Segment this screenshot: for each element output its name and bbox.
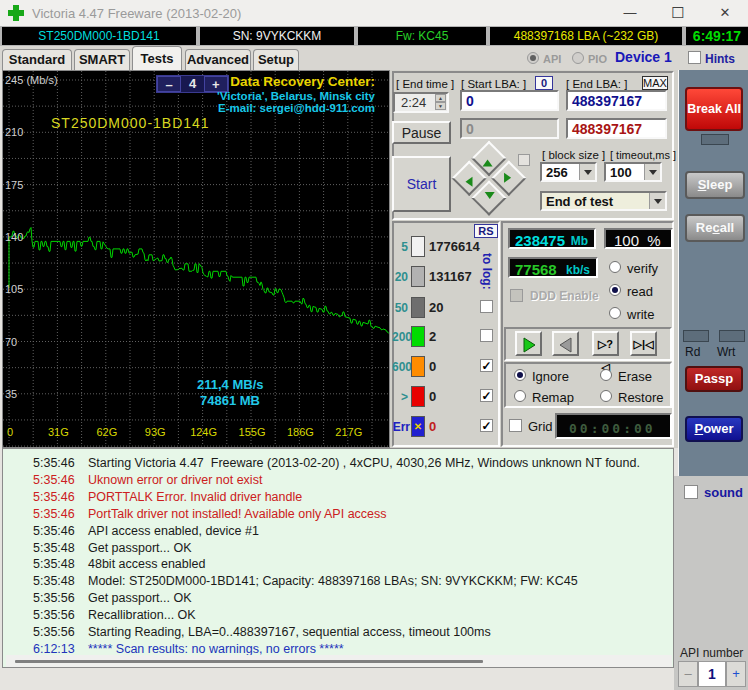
minimize-button[interactable]: — [607, 0, 653, 26]
clock: 6:49:17 [686, 27, 748, 45]
end-lba-input[interactable]: 488397167 [566, 90, 667, 111]
pio-radio[interactable] [572, 52, 584, 64]
bucket-log-checkbox-600[interactable]: ✓ [480, 359, 493, 372]
end-time-up[interactable]: ▲ [435, 94, 446, 102]
to-log-label: to log: [480, 253, 494, 290]
bucket-log-checkbox-50[interactable] [480, 300, 493, 313]
max-lba-button[interactable]: MAX [642, 76, 668, 90]
grid-checkbox[interactable] [509, 419, 522, 432]
verify-radio[interactable] [609, 261, 621, 273]
bucket-swatch-20 [411, 266, 425, 287]
back-button[interactable] [552, 331, 579, 356]
drive-serial: SN: 9VYKCKKM [200, 27, 354, 45]
bucket-label-5: 5 [392, 240, 408, 254]
api-number-plus[interactable]: + [726, 661, 746, 687]
maximize-button[interactable]: ☐ [655, 0, 701, 26]
log-message: Get passport... OK [88, 541, 192, 555]
sleep-button[interactable]: Sleep [685, 171, 745, 199]
api-label: API [543, 53, 561, 65]
bucket-log-checkbox-200[interactable] [480, 329, 493, 342]
api-number-minus[interactable]: – [678, 661, 698, 687]
tab-advanced[interactable]: Advanced [185, 49, 251, 70]
ignore-radio[interactable] [514, 369, 526, 381]
end-time-down[interactable]: ▼ [435, 102, 446, 110]
log-hscroll-thumb[interactable] [15, 660, 483, 663]
end-lba-secondary: 488397167 [566, 118, 667, 139]
x-tick-label: 0 [7, 426, 37, 438]
verify-label: verify [627, 261, 658, 276]
close-button[interactable]: ✕ [702, 0, 748, 26]
x-tick-label: 124G [189, 426, 219, 438]
bucket-value-200: 2 [429, 329, 436, 344]
hints-checkbox[interactable] [688, 51, 701, 64]
read-radio[interactable] [609, 284, 621, 296]
log-timestamp: 5:35:46 [33, 473, 75, 487]
write-label: write [627, 307, 654, 322]
zoom-level: 4 [181, 76, 203, 92]
start-lba-secondary: 0 [460, 118, 559, 139]
rd-label: Rd [685, 345, 700, 359]
bucket-swatch-5 [411, 236, 425, 257]
end-of-test-arrow[interactable] [649, 193, 665, 209]
test-controls: [ End time ] 2:24 ▲ ▼ [ Start LBA: ] 0 [… [390, 70, 678, 448]
log-message: API access enabled, device #1 [88, 524, 259, 538]
tab-setup[interactable]: Setup [253, 49, 299, 70]
drive-firmware: Fw: KC45 [358, 27, 486, 45]
zero-lba-button[interactable]: 0 [535, 76, 553, 90]
zoom-out-button[interactable]: – [157, 76, 181, 92]
play-button[interactable] [515, 331, 542, 356]
timeout-arrow[interactable] [644, 164, 660, 180]
seek-test-button[interactable]: ▷?◁ [592, 331, 619, 356]
speed-lcd: 77568 kb/s [508, 257, 598, 278]
hints-label: Hints [705, 52, 735, 66]
app-icon [8, 5, 24, 21]
tab-bar: Standard SMART Tests Advanced Setup API … [0, 46, 748, 70]
pause-button[interactable]: Pause [392, 121, 451, 144]
write-radio[interactable] [609, 307, 621, 319]
block-size-arrow[interactable] [579, 164, 595, 180]
tab-tests[interactable]: Tests [132, 46, 182, 70]
x-tick-label: 186G [285, 426, 315, 438]
ignore-label: Ignore [532, 369, 569, 384]
bucket-log-checkbox->[interactable]: ✓ [480, 389, 493, 402]
block-size-combo[interactable]: 256 [540, 162, 597, 182]
power-button[interactable]: Power [685, 416, 743, 442]
erase-radio[interactable] [600, 369, 612, 381]
start-button[interactable]: Start [392, 156, 451, 212]
end-time-field[interactable]: 2:24 ▲ ▼ [393, 92, 449, 113]
x-tick-label: 155G [237, 426, 267, 438]
remap-radio[interactable] [514, 390, 526, 402]
timeout-combo[interactable]: 100 [604, 162, 662, 182]
log-timestamp: 5:35:56 [33, 625, 75, 639]
drive-capacity: 488397168 LBA (~232 GB) [490, 27, 682, 45]
x-tick-label: 62G [92, 426, 122, 438]
passp-button[interactable]: Passp [685, 366, 743, 392]
tab-smart[interactable]: SMART [74, 49, 130, 70]
restore-radio[interactable] [600, 390, 612, 402]
rd-indicator [683, 330, 709, 342]
break-all-button[interactable]: Break All [685, 87, 743, 131]
recall-button[interactable]: Recall [685, 214, 745, 242]
log-message: Starting Reading, LBA=0..488397167, sequ… [88, 625, 491, 639]
start-lba-input[interactable]: 0 [460, 90, 559, 111]
sound-checkbox[interactable] [684, 485, 698, 499]
x-tick-label: 217G [334, 426, 364, 438]
log-timestamp: 5:35:48 [33, 541, 75, 555]
api-radio[interactable] [527, 52, 539, 64]
log-hscrollbar[interactable] [6, 655, 672, 667]
erase-label: Erase [618, 369, 652, 384]
step-button[interactable]: ▷|◁ [630, 331, 657, 356]
log-timestamp: 5:35:48 [33, 557, 75, 571]
ddd-checkbox[interactable] [510, 289, 523, 302]
bucket-log-checkbox-Err[interactable]: ✓ [480, 419, 493, 432]
tab-standard[interactable]: Standard [2, 49, 72, 70]
percent-lcd: 100 % [604, 228, 673, 249]
readout-speed: 211,4 MB/s [197, 377, 264, 392]
device-label: Device 1 [615, 49, 672, 65]
window-title: Victoria 4.47 Freeware (2013-02-20) [32, 6, 241, 21]
rs-button[interactable]: RS [474, 224, 498, 238]
end-of-test-combo[interactable]: End of test [540, 191, 667, 211]
bucket-value-20: 131167 [429, 269, 472, 284]
log-timestamp: 5:35:46 [33, 456, 75, 470]
seek-checkbox[interactable] [518, 154, 530, 166]
